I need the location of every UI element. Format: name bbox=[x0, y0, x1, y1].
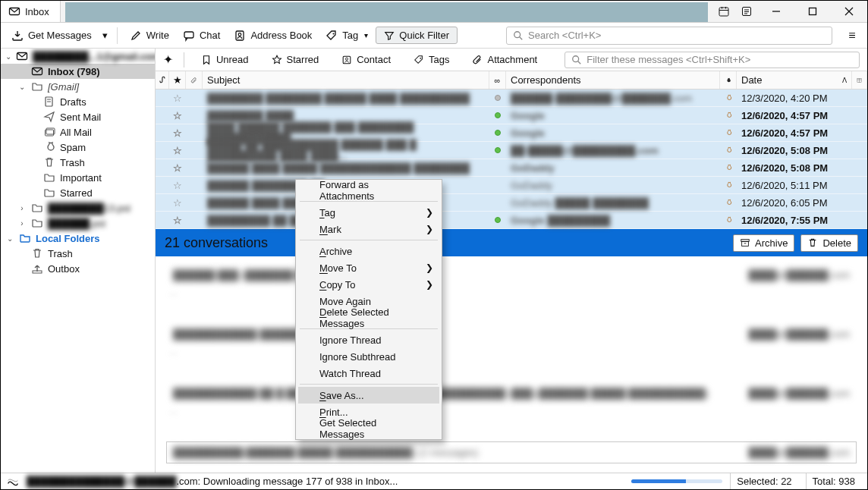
col-picker[interactable] bbox=[852, 71, 867, 89]
star-toggle[interactable]: ☆ bbox=[169, 107, 186, 124]
tasks-button[interactable] bbox=[735, 1, 758, 23]
sidebar-item[interactable]: · All Mail bbox=[1, 124, 155, 140]
context-menu-separator bbox=[300, 384, 438, 385]
col-subject[interactable]: Subject bbox=[203, 71, 489, 89]
search-icon bbox=[513, 30, 524, 41]
calendar-button[interactable] bbox=[712, 1, 735, 23]
get-messages-dropdown[interactable]: ▾ bbox=[99, 27, 111, 44]
context-menu-item[interactable]: Copy To ❯ bbox=[298, 276, 439, 293]
col-thread-toggle[interactable]: ᔑ bbox=[156, 71, 169, 89]
window-maximize[interactable] bbox=[794, 1, 831, 23]
sent-icon bbox=[43, 111, 55, 123]
sidebar-item[interactable]: › ████████13.pst bbox=[1, 200, 155, 215]
col-star[interactable]: ★ bbox=[169, 71, 186, 89]
message-filter-input[interactable] bbox=[587, 54, 853, 65]
folder-sidebar: ⌄ ████████...1@gmail.com · Inbox (798) ⌄… bbox=[1, 49, 156, 473]
flame-icon bbox=[720, 194, 737, 211]
sidebar-item[interactable]: · Trash bbox=[1, 246, 155, 261]
filter-attachment[interactable]: Attachment bbox=[466, 51, 543, 68]
sidebar-item[interactable]: · Outbox bbox=[1, 261, 155, 276]
col-attachment[interactable] bbox=[186, 71, 203, 89]
conversation-item[interactable]: ██████████(███████ █████ ███████████) (2… bbox=[166, 441, 857, 463]
conversation-item[interactable]: ████████████ ██ █ ███ ██████████████████… bbox=[166, 382, 857, 404]
chat-button[interactable]: Chat bbox=[177, 27, 226, 45]
titlebar: Inbox bbox=[1, 1, 867, 23]
star-toggle[interactable]: ☆ bbox=[169, 124, 186, 141]
sidebar-item[interactable]: · Starred bbox=[1, 185, 155, 200]
toolbar-separator bbox=[117, 27, 118, 44]
context-menu-item[interactable]: Archive ❯ bbox=[298, 243, 439, 259]
context-menu-item[interactable]: Mark ❯ bbox=[298, 221, 439, 237]
address-book-button[interactable]: Address Book bbox=[228, 27, 318, 45]
conversation-item[interactable]: ██████ ███ (███████ █████ ███████████) █… bbox=[166, 264, 857, 286]
context-menu-item[interactable]: Ignore Subthread ❯ bbox=[298, 348, 439, 365]
svg-line-31 bbox=[578, 61, 581, 64]
filter-contact[interactable]: Contact bbox=[335, 51, 397, 68]
message-row[interactable]: ☆ ████████ ████████ ██████ ████ ████████… bbox=[156, 90, 867, 107]
sidebar-item-label: ██████.pst bbox=[48, 218, 105, 229]
sidebar-item[interactable]: · Important bbox=[1, 170, 155, 185]
sidebar-item[interactable]: · Spam bbox=[1, 140, 155, 155]
sidebar-item[interactable]: · Sent Mail bbox=[1, 109, 155, 124]
message-row[interactable]: ☆ ██████ ████ ██████ GoDaddy █████ █████… bbox=[156, 194, 867, 212]
sidebar-item[interactable]: · Inbox (798) bbox=[1, 64, 155, 79]
context-menu-item[interactable]: Forward as Attachments ❯ bbox=[298, 182, 439, 199]
svg-point-28 bbox=[346, 58, 348, 60]
message-row[interactable]: ☆ █████████ ██ ██████ Google █████████ 1… bbox=[156, 212, 867, 229]
context-menu-item[interactable]: Delete Selected Messages ❯ bbox=[298, 309, 439, 326]
context-menu-item[interactable]: Move To ❯ bbox=[298, 259, 439, 276]
global-search-input[interactable] bbox=[528, 30, 826, 41]
global-search[interactable] bbox=[506, 27, 832, 45]
filter-tags[interactable]: Tags bbox=[407, 51, 455, 68]
window-minimize[interactable] bbox=[758, 1, 794, 23]
col-date[interactable]: Dateᐱ bbox=[737, 71, 852, 89]
star-toggle[interactable]: ☆ bbox=[169, 177, 186, 193]
star-toggle[interactable]: ☆ bbox=[169, 159, 186, 176]
tag-button[interactable]: Tag bbox=[319, 27, 374, 45]
sidebar-item[interactable]: › ██████.pst bbox=[1, 215, 155, 231]
star-toggle[interactable]: ☆ bbox=[169, 142, 186, 159]
keep-filters-icon[interactable]: ✦ bbox=[163, 52, 173, 67]
outbox-icon bbox=[31, 262, 43, 275]
context-menu-item[interactable]: Tag ❯ bbox=[298, 204, 439, 221]
sidebar-item[interactable]: · Trash bbox=[1, 155, 155, 170]
star-toggle[interactable]: ☆ bbox=[169, 194, 186, 211]
star-toggle[interactable]: ☆ bbox=[169, 90, 186, 106]
sidebar-item[interactable]: ⌄ Local Folders bbox=[1, 231, 155, 246]
message-filter-search[interactable] bbox=[565, 52, 860, 68]
status-total: Total: 938 bbox=[806, 473, 861, 489]
archive-button[interactable]: Archive bbox=[733, 234, 794, 252]
app-menu-button[interactable]: ≡ bbox=[841, 27, 863, 45]
sidebar-item[interactable]: ⌄ [Gmail] bbox=[1, 79, 155, 94]
svg-point-29 bbox=[420, 57, 421, 58]
message-row[interactable]: ☆ █████ ██ ███████████ ██████ ███ █ ████… bbox=[156, 142, 867, 159]
context-menu-item[interactable]: Save As... ❯ bbox=[298, 387, 439, 404]
quick-filter-button[interactable]: Quick Filter bbox=[376, 27, 458, 44]
message-row[interactable]: ☆ ██████ ████ █████ █████████████ ██████… bbox=[156, 159, 867, 177]
tab-inbox[interactable]: Inbox bbox=[1, 1, 61, 22]
message-row[interactable]: ☆ ██████ ████████ ██ GoDaddy 12/6/2020, … bbox=[156, 177, 867, 194]
sidebar-item-label: Important bbox=[60, 172, 102, 184]
get-messages-button[interactable]: Get Messages bbox=[5, 27, 98, 45]
filter-starred[interactable]: Starred bbox=[266, 51, 326, 68]
col-correspondent-indicator[interactable]: ∞ bbox=[489, 71, 506, 89]
delete-button[interactable]: Delete bbox=[800, 234, 858, 252]
col-correspondents[interactable]: Correspondents bbox=[506, 71, 720, 89]
svg-rect-10 bbox=[810, 8, 816, 15]
svg-point-17 bbox=[514, 31, 520, 37]
conversation-item[interactable]: ████████████ ██████ ███ ████@██████.com bbox=[166, 323, 857, 345]
sidebar-item[interactable]: ⌄ ████████...1@gmail.com bbox=[1, 49, 155, 64]
sidebar-item-label: Outbox bbox=[48, 263, 80, 275]
message-columns-header: ᔑ ★ Subject ∞ Correspondents Dateᐱ bbox=[156, 71, 867, 90]
context-menu-item[interactable]: Watch Thread ❯ bbox=[298, 365, 439, 382]
sidebar-item[interactable]: · Drafts bbox=[1, 94, 155, 109]
flame-icon bbox=[720, 177, 737, 193]
write-button[interactable]: Write bbox=[124, 27, 175, 45]
star-toggle[interactable]: ☆ bbox=[169, 212, 186, 228]
context-menu-item[interactable]: Ignore Thread ❯ bbox=[298, 331, 439, 348]
filter-unread[interactable]: Unread bbox=[195, 51, 255, 68]
col-junk-status[interactable] bbox=[720, 71, 737, 89]
window-close[interactable] bbox=[831, 1, 867, 23]
context-menu-separator bbox=[300, 240, 438, 240]
flame-icon bbox=[720, 142, 737, 159]
